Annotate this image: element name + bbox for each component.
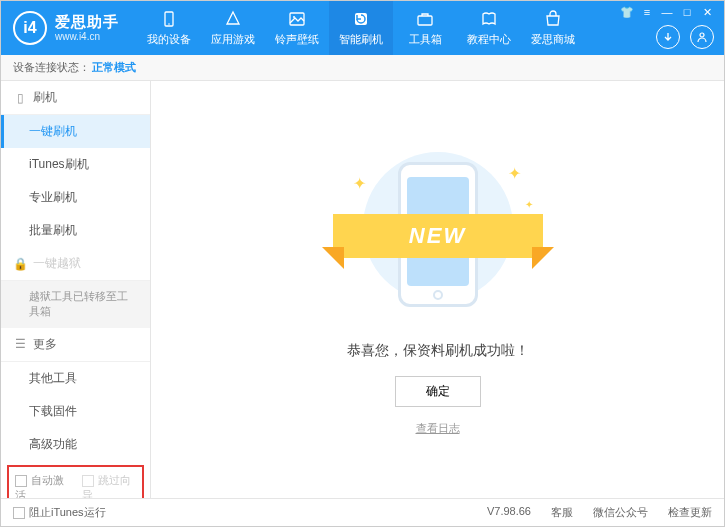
success-message: 恭喜您，保资料刷机成功啦！: [347, 342, 529, 360]
user-button[interactable]: [690, 25, 714, 49]
skin-icon[interactable]: 👕: [620, 5, 634, 19]
svg-rect-5: [418, 16, 432, 25]
nav-apps[interactable]: 应用游戏: [201, 1, 265, 55]
ribbon-new: NEW: [333, 214, 543, 258]
minimize-icon[interactable]: —: [660, 5, 674, 19]
menu-icon[interactable]: ≡: [640, 5, 654, 19]
top-nav: 我的设备 应用游戏 铃声壁纸 智能刷机 工具箱 教程中心 爱思商城: [137, 1, 585, 55]
view-log-link[interactable]: 查看日志: [416, 421, 460, 436]
success-illustration: NEW ✦ ✦ ✦: [343, 144, 533, 324]
lock-icon: 🔒: [13, 257, 27, 271]
sparkle-icon: ✦: [508, 164, 521, 183]
sidebar-item-other-tools[interactable]: 其他工具: [1, 362, 150, 395]
check-update-link[interactable]: 检查更新: [668, 505, 712, 520]
nav-tutorials[interactable]: 教程中心: [457, 1, 521, 55]
options-highlight: 自动激活 跳过向导: [7, 465, 144, 498]
sidebar-item-oneclick-flash[interactable]: 一键刷机: [1, 115, 150, 148]
main-content: NEW ✦ ✦ ✦ 恭喜您，保资料刷机成功啦！ 确定 查看日志: [151, 81, 724, 498]
app-logo: i4 爱思助手 www.i4.cn: [13, 11, 119, 45]
nav-flash[interactable]: 智能刷机: [329, 1, 393, 55]
nav-ringtones[interactable]: 铃声壁纸: [265, 1, 329, 55]
svg-point-6: [700, 33, 704, 37]
status-bar: 设备连接状态： 正常模式: [1, 55, 724, 81]
footer: 阻止iTunes运行 V7.98.66 客服 微信公众号 检查更新: [1, 498, 724, 526]
sidebar-item-pro-flash[interactable]: 专业刷机: [1, 181, 150, 214]
sidebar-item-batch-flash[interactable]: 批量刷机: [1, 214, 150, 247]
sidebar-group-flash[interactable]: ▯刷机: [1, 81, 150, 115]
toolbox-icon: [415, 9, 435, 29]
ok-button[interactable]: 确定: [395, 376, 481, 407]
svg-point-1: [168, 23, 170, 25]
status-mode: 正常模式: [92, 60, 136, 75]
sparkle-icon: ✦: [353, 174, 366, 193]
skip-wizard-checkbox[interactable]: 跳过向导: [82, 473, 137, 498]
image-icon: [287, 9, 307, 29]
device-icon: [159, 9, 179, 29]
jailbreak-note: 越狱工具已转移至工具箱: [1, 281, 150, 328]
store-icon: [543, 9, 563, 29]
nav-store[interactable]: 爱思商城: [521, 1, 585, 55]
block-itunes-checkbox[interactable]: 阻止iTunes运行: [13, 505, 106, 520]
sidebar-item-download-firmware[interactable]: 下载固件: [1, 395, 150, 428]
support-link[interactable]: 客服: [551, 505, 573, 520]
titlebar: i4 爱思助手 www.i4.cn 我的设备 应用游戏 铃声壁纸 智能刷机 工具…: [1, 1, 724, 55]
nav-toolbox[interactable]: 工具箱: [393, 1, 457, 55]
version-label: V7.98.66: [487, 505, 531, 520]
maximize-icon[interactable]: □: [680, 5, 694, 19]
app-url: www.i4.cn: [55, 31, 119, 42]
window-controls: 👕 ≡ — □ ✕: [620, 5, 714, 19]
download-button[interactable]: [656, 25, 680, 49]
apps-icon: [223, 9, 243, 29]
book-icon: [479, 9, 499, 29]
nav-my-device[interactable]: 我的设备: [137, 1, 201, 55]
list-icon: ☰: [13, 337, 27, 351]
flash-icon: [351, 9, 371, 29]
close-icon[interactable]: ✕: [700, 5, 714, 19]
app-name: 爱思助手: [55, 14, 119, 31]
sidebar-item-advanced[interactable]: 高级功能: [1, 428, 150, 461]
auto-activate-checkbox[interactable]: 自动激活: [15, 473, 70, 498]
status-label: 设备连接状态：: [13, 60, 90, 75]
wechat-link[interactable]: 微信公众号: [593, 505, 648, 520]
sidebar-group-jailbreak: 🔒一键越狱: [1, 247, 150, 281]
sidebar: ▯刷机 一键刷机 iTunes刷机 专业刷机 批量刷机 🔒一键越狱 越狱工具已转…: [1, 81, 151, 498]
logo-icon: i4: [13, 11, 47, 45]
phone-icon: ▯: [13, 91, 27, 105]
sidebar-group-more[interactable]: ☰更多: [1, 328, 150, 362]
sidebar-item-itunes-flash[interactable]: iTunes刷机: [1, 148, 150, 181]
sparkle-icon: ✦: [525, 199, 533, 210]
